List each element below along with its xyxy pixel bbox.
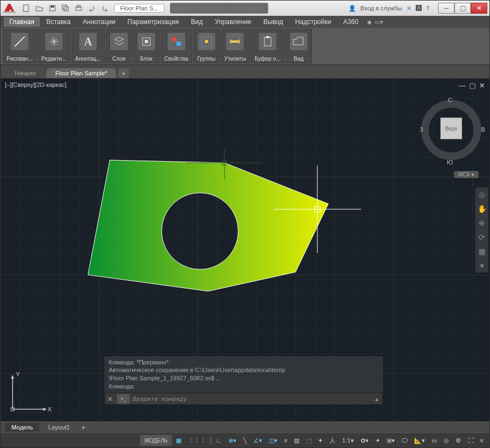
status-lineweight-icon[interactable]: ≡ bbox=[281, 435, 290, 446]
saveas-icon[interactable] bbox=[60, 2, 72, 14]
status-cleanscreen-icon[interactable]: ⛶ bbox=[465, 435, 476, 446]
status-quickprops-icon[interactable]: ▭ bbox=[429, 435, 440, 446]
command-input[interactable]: Введите команду bbox=[132, 396, 371, 403]
ucs-dropdown[interactable]: МСК ▾ bbox=[454, 171, 479, 178]
title-doc-tab[interactable]: Floor Plan S... bbox=[114, 4, 164, 13]
svg-rect-10 bbox=[145, 40, 148, 43]
nav-zoom-icon[interactable]: ⊕ bbox=[477, 218, 487, 228]
tab-new[interactable]: + bbox=[118, 68, 129, 78]
nav-showmotion-icon[interactable]: ▦ bbox=[477, 246, 487, 256]
viewport-maximize-icon[interactable]: ▢ bbox=[469, 81, 476, 90]
menu-panels-icon[interactable]: ▭▾ bbox=[375, 19, 383, 26]
ribbon-modify[interactable]: Редакти... bbox=[38, 29, 70, 63]
nav-expand-icon[interactable]: ▾ bbox=[477, 261, 487, 270]
status-3dosnap-icon[interactable]: ✦ bbox=[315, 435, 326, 446]
status-ortho-icon[interactable]: ∟ bbox=[213, 435, 225, 446]
cloud-icon[interactable]: 🅰 bbox=[416, 5, 422, 11]
ribbon-clipboard[interactable]: Буфер о... bbox=[251, 29, 284, 63]
ribbon-block[interactable]: Блок bbox=[133, 29, 160, 63]
status-annovisibility-icon[interactable]: ✦ bbox=[373, 435, 383, 446]
exchange-icon[interactable]: ✕ bbox=[406, 5, 411, 12]
help-icon[interactable]: ? bbox=[426, 5, 429, 11]
drawing-canvas[interactable]: [–][Сверху][2D-каркас] — ▢ ✕ С Ю В З Вер… bbox=[1, 78, 489, 421]
svg-point-14 bbox=[205, 40, 208, 43]
save-icon[interactable] bbox=[46, 2, 58, 14]
status-polar-icon[interactable]: ⊕▾ bbox=[226, 435, 239, 446]
layout-tab-layout1[interactable]: Layout1 bbox=[42, 423, 76, 432]
nav-wheel-icon[interactable]: ◎ bbox=[477, 190, 487, 199]
view-controls-label[interactable]: [–][Сверху][2D-каркас] bbox=[5, 81, 67, 88]
tab-start[interactable]: Начало bbox=[6, 68, 44, 78]
ribbon-draw[interactable]: Рисован... bbox=[3, 29, 37, 63]
status-hwaccel-icon[interactable]: ⚙ bbox=[453, 435, 464, 446]
app-logo-icon[interactable] bbox=[3, 3, 18, 14]
command-prompt-icon[interactable]: >_ bbox=[117, 394, 130, 404]
status-snap-icon[interactable]: ⋮⋮⋮ bbox=[185, 435, 209, 446]
menu-featured-icon[interactable]: ◆ bbox=[367, 19, 371, 26]
ribbon-view[interactable]: Вид bbox=[286, 29, 312, 63]
menu-annotate[interactable]: Аннотации bbox=[77, 17, 121, 27]
menu-parametric[interactable]: Параметризация bbox=[122, 17, 184, 27]
menu-output[interactable]: Вывод bbox=[258, 17, 288, 27]
viewcube-south[interactable]: Ю bbox=[447, 159, 453, 166]
ribbon-layers[interactable]: Слои bbox=[106, 29, 132, 63]
viewcube-top-face[interactable]: Верх bbox=[440, 117, 462, 139]
svg-point-11 bbox=[172, 37, 176, 42]
ribbon-utilities[interactable]: Утилиты bbox=[221, 29, 250, 63]
viewport-minimize-icon[interactable]: — bbox=[459, 81, 466, 90]
ribbon-annotate[interactable]: AАннотац... bbox=[72, 29, 105, 63]
menu-manage[interactable]: Управление bbox=[209, 17, 257, 27]
status-gear-icon[interactable]: ✿▾ bbox=[358, 435, 371, 446]
menu-view[interactable]: Вид bbox=[186, 17, 209, 27]
status-workspace-icon[interactable]: ⊞▾ bbox=[384, 435, 398, 446]
status-transparency-icon[interactable]: ▨ bbox=[291, 435, 302, 446]
redo-icon[interactable] bbox=[99, 2, 111, 14]
menu-home[interactable]: Главная bbox=[4, 17, 40, 27]
viewcube-east[interactable]: В bbox=[481, 126, 485, 133]
svg-rect-7 bbox=[77, 5, 80, 7]
status-isolate-icon[interactable]: ◎ bbox=[441, 435, 452, 446]
close-button[interactable]: ✕ bbox=[471, 3, 487, 14]
ucs-icon[interactable]: X Y bbox=[8, 370, 52, 414]
nav-pan-icon[interactable]: ✋ bbox=[477, 204, 487, 214]
status-isodraft-icon[interactable]: ╲ bbox=[240, 435, 250, 446]
viewcube[interactable]: С Ю В З Верх bbox=[418, 95, 484, 171]
status-dynucs-icon[interactable]: 人 bbox=[327, 435, 338, 446]
new-icon[interactable] bbox=[20, 2, 32, 14]
command-history-toggle-icon[interactable]: ▴ bbox=[371, 396, 382, 403]
viewport-close-icon[interactable]: ✕ bbox=[479, 81, 485, 90]
ribbon-properties[interactable]: Свойства bbox=[161, 29, 192, 63]
viewcube-west[interactable]: З bbox=[420, 126, 423, 133]
print-icon[interactable] bbox=[73, 2, 85, 14]
keyword-search[interactable] bbox=[170, 3, 268, 14]
menu-insert[interactable]: Вставка bbox=[41, 17, 76, 27]
status-osnap-icon[interactable]: ∠▾ bbox=[251, 435, 265, 446]
menu-a360[interactable]: A360 bbox=[338, 17, 364, 27]
status-monitor-icon[interactable]: 🖵 bbox=[399, 435, 410, 446]
maximize-button[interactable]: ▢ bbox=[454, 3, 471, 14]
status-units-icon[interactable]: 📐▾ bbox=[411, 435, 428, 446]
layout-tab-new[interactable]: + bbox=[79, 423, 88, 432]
menu-addins[interactable]: Надстройки bbox=[290, 17, 336, 27]
open-icon[interactable] bbox=[33, 2, 45, 14]
signin-icon[interactable]: 👤 bbox=[349, 5, 356, 12]
drawn-polygon-object[interactable] bbox=[77, 149, 339, 302]
viewcube-north[interactable]: С bbox=[448, 97, 452, 103]
layout-tabs: Модель Layout1 + bbox=[1, 421, 489, 433]
undo-icon[interactable] bbox=[86, 2, 98, 14]
status-grid-icon[interactable]: ▦ bbox=[173, 435, 184, 446]
status-customize-icon[interactable]: ≡ bbox=[477, 435, 486, 446]
status-cycling-icon[interactable]: ⬚ bbox=[303, 435, 314, 446]
signin-label[interactable]: Вход в службы bbox=[361, 5, 402, 11]
ribbon-groups[interactable]: Группы bbox=[193, 29, 220, 63]
nav-orbit-icon[interactable]: ⟳ bbox=[477, 232, 487, 242]
status-model-button[interactable]: МОДЕЛЬ bbox=[140, 435, 172, 446]
status-otrack-icon[interactable]: ◫▾ bbox=[266, 435, 280, 446]
status-annoscale-icon[interactable]: 1:1▾ bbox=[339, 435, 356, 446]
command-line[interactable]: ✕ >_ Введите команду ▴ bbox=[104, 393, 383, 405]
layout-tab-model[interactable]: Модель bbox=[5, 423, 39, 432]
command-close-icon[interactable]: ✕ bbox=[105, 395, 115, 403]
search-input[interactable] bbox=[170, 3, 268, 14]
minimize-button[interactable]: ─ bbox=[438, 3, 454, 14]
tab-floor-plan[interactable]: Floor Plan Sample* bbox=[46, 68, 116, 78]
